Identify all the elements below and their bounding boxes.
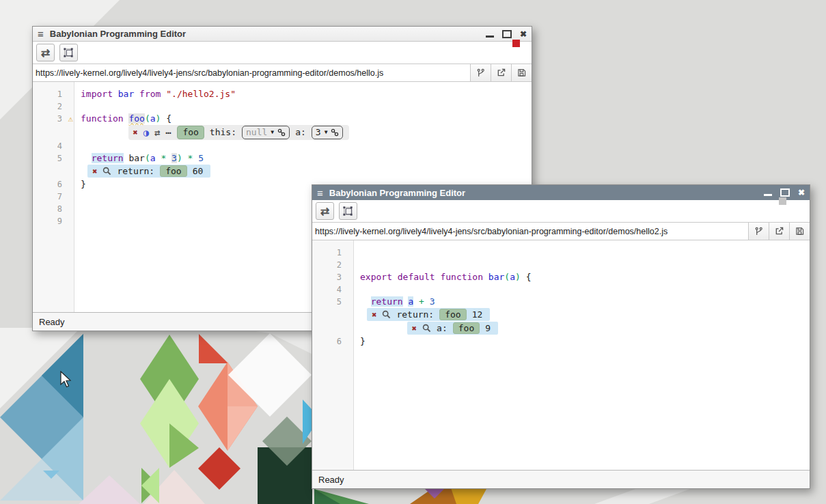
- halo-select-button[interactable]: [339, 202, 357, 220]
- code-token: bar: [124, 153, 145, 163]
- swap-icon[interactable]: ⇄: [154, 128, 160, 137]
- halo-icon: [63, 47, 74, 59]
- line-number: 1: [33, 88, 74, 100]
- probe-value: 60: [193, 165, 204, 178]
- magnifier-icon[interactable]: [382, 310, 391, 319]
- code-token: }: [81, 179, 86, 189]
- delete-probe-button[interactable]: ✖: [92, 167, 97, 176]
- line-number: 8: [33, 203, 74, 215]
- code-row: 2: [312, 259, 810, 271]
- line-number: 4: [33, 140, 74, 152]
- link-connection-icon[interactable]: [331, 128, 339, 137]
- line-number: 3: [312, 271, 353, 283]
- code-token: *: [156, 153, 171, 163]
- delete-example-button[interactable]: ✖: [133, 128, 137, 137]
- external-link-icon: [775, 227, 784, 236]
- probe-widget: ✖return:foo12: [367, 308, 490, 321]
- close-button[interactable]: ✖: [520, 30, 527, 38]
- link-connection-icon[interactable]: [277, 128, 286, 137]
- code-token: (: [504, 272, 510, 282]
- mouse-cursor: [59, 371, 73, 390]
- maximize-button[interactable]: [780, 188, 790, 197]
- code-token: (: [145, 113, 150, 124]
- hamburger-menu-icon[interactable]: ≡: [38, 29, 44, 39]
- external-link-icon: [497, 68, 506, 77]
- annotation-row: ✖◑⇄⋯foothis:null▼a:3▼: [33, 125, 532, 140]
- titlebar[interactable]: ≡ Babylonian Programming Editor ✖: [312, 185, 810, 200]
- minimize-button[interactable]: [486, 36, 494, 38]
- code-row: 5 return a + 3: [312, 296, 810, 308]
- line-number: [312, 308, 353, 322]
- halo-select-button[interactable]: [59, 44, 78, 61]
- titlebar[interactable]: ≡ Babylonian Programming Editor ✖: [33, 27, 532, 42]
- line-number: [33, 165, 74, 178]
- probe-widget: ✖a:foo9: [407, 322, 498, 335]
- version-history-button[interactable]: [470, 64, 491, 81]
- probe-row: ✖a:foo9: [312, 322, 810, 335]
- save-icon: [795, 227, 804, 236]
- maximize-button[interactable]: [502, 30, 512, 38]
- url-input[interactable]: [33, 64, 470, 81]
- delete-probe-button[interactable]: ✖: [412, 324, 417, 333]
- code-token: *: [182, 153, 198, 163]
- branch-icon: [754, 227, 763, 236]
- code-token: {: [161, 113, 171, 124]
- save-button[interactable]: [511, 64, 532, 81]
- swap-panes-button[interactable]: ⇄: [36, 44, 55, 61]
- value-dropdown[interactable]: 3▼: [312, 126, 344, 139]
- code-line: [74, 203, 81, 215]
- toggle-example-icon[interactable]: ◑: [143, 128, 149, 137]
- line-number: 6: [312, 335, 353, 348]
- line-number: [312, 322, 353, 335]
- chevron-down-icon: ▼: [271, 130, 274, 135]
- delete-probe-button[interactable]: ✖: [372, 311, 376, 319]
- code-row: 4: [33, 140, 532, 152]
- code-token: ): [177, 153, 182, 163]
- probe-row: ✖return:foo12: [312, 308, 810, 322]
- probe-label: return:: [117, 165, 154, 178]
- window-title: Babylonian Programming Editor: [50, 29, 186, 39]
- line-number: 3⚠: [33, 113, 74, 125]
- open-external-button[interactable]: [491, 64, 511, 81]
- url-input[interactable]: [312, 223, 748, 240]
- code-line: [353, 259, 360, 271]
- probe-row: ✖return:foo60: [33, 165, 532, 178]
- hamburger-menu-icon[interactable]: ≡: [317, 188, 323, 198]
- example-chip[interactable]: foo: [439, 309, 466, 320]
- unsaved-indicator: [512, 40, 520, 47]
- code-token: ): [515, 272, 521, 282]
- code-token: [81, 153, 92, 163]
- value-dropdown[interactable]: null▼: [242, 126, 290, 139]
- open-external-button[interactable]: [769, 223, 789, 240]
- code-token: a: [150, 113, 156, 124]
- code-token: "./hello2.js": [166, 89, 236, 99]
- code-row: 4: [312, 283, 810, 296]
- version-history-button[interactable]: [748, 223, 769, 240]
- minimize-button[interactable]: [764, 194, 772, 196]
- code-token: a: [510, 272, 515, 282]
- example-chip[interactable]: foo: [160, 165, 187, 177]
- save-icon: [517, 68, 526, 77]
- code-token: bar: [488, 272, 504, 282]
- example-chip[interactable]: foo: [177, 126, 204, 139]
- code-line: return a + 3: [353, 296, 435, 308]
- probe-label: a:: [437, 322, 448, 335]
- magnifier-icon[interactable]: [102, 167, 111, 176]
- code-editor[interactable]: 123export default function bar(a) {45 re…: [312, 240, 810, 470]
- code-token: +: [413, 296, 429, 307]
- probe-value: 9: [485, 322, 491, 335]
- code-token: [360, 296, 371, 307]
- code-token: bar: [118, 89, 134, 99]
- probe-label: return:: [396, 309, 434, 321]
- branch-icon: [476, 68, 485, 77]
- code-token: import: [81, 89, 118, 99]
- more-options-icon[interactable]: ⋯: [166, 128, 172, 137]
- magnifier-icon[interactable]: [422, 324, 431, 333]
- example-chip[interactable]: foo: [453, 322, 480, 334]
- code-token: foo: [128, 113, 144, 124]
- save-button[interactable]: [789, 223, 810, 240]
- code-token: 3: [430, 296, 435, 307]
- close-button[interactable]: ✖: [798, 188, 805, 197]
- swap-panes-button[interactable]: ⇄: [316, 202, 334, 220]
- code-token: return: [92, 153, 124, 163]
